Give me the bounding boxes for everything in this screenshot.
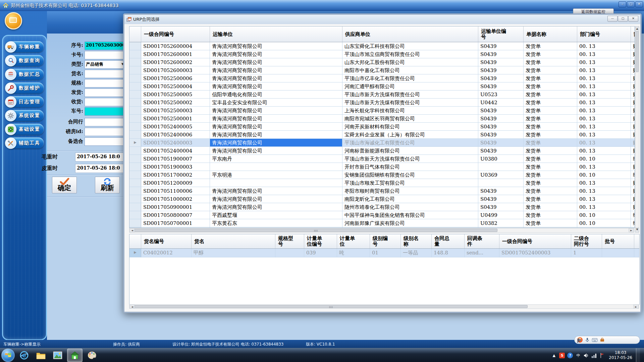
- tray-help-icon[interactable]: ?: [567, 353, 573, 358]
- sidebar-item-1[interactable]: 车辆称重: [6, 41, 44, 52]
- dialog-close-button[interactable]: ✕: [628, 16, 638, 22]
- sender-input[interactable]: [85, 88, 125, 97]
- table-row[interactable]: SD0017052500006青海清河商贸有限公司平顶山市亿丰化工有限责任公司S…: [129, 74, 635, 82]
- table-row[interactable]: SD0017052500003青海清河商贸有限公司上海长航化学科技有限公司S04…: [129, 107, 635, 115]
- table-row[interactable]: SD0017050800007平西戚墅堰中国平煤神马集团焦化销售有限公司U049…: [129, 211, 635, 219]
- column-header[interactable]: 级别名 称: [401, 234, 432, 248]
- refresh-button[interactable]: 刷新: [95, 177, 120, 193]
- contracts-vscrollbar[interactable]: ▲▼: [635, 26, 639, 233]
- table-row[interactable]: SD0017051000002青海清河商贸有限公司南阳龙昕化工有限公司S0439…: [129, 195, 635, 203]
- sidebar-item-4[interactable]: 数据维护: [6, 82, 44, 94]
- tare-time-field[interactable]: 2017-05-26 18:0: [75, 164, 125, 173]
- taskbar-item-weigh-app[interactable]: [67, 349, 83, 362]
- dialog-minimize-button[interactable]: —: [607, 16, 618, 22]
- tray-input-zh-icon[interactable]: 中: [575, 353, 581, 358]
- truckno-input[interactable]: [85, 107, 125, 116]
- table-row[interactable]: SD0017052400006青海清河商贸有限公司宝舜太科企业发展（上海）有限公…: [129, 131, 635, 139]
- column-header[interactable]: 一级合同编号: [141, 26, 210, 42]
- input-method-bar[interactable]: S 中 J ’: [574, 336, 640, 344]
- table-row[interactable]: SD0017052500005信阳华通电化有限公司平顶山市新天方洗煤有限责任公司…: [129, 90, 635, 99]
- table-row[interactable]: SD0017052500004青海清河商贸有限公司河南汇通甲醇有限公司S0439…: [129, 82, 635, 90]
- sidebar-item-label: 基础设置: [19, 126, 40, 132]
- taskbar-clock[interactable]: 18:03 2017-05-26: [609, 350, 632, 360]
- goods-input[interactable]: [85, 70, 125, 78]
- dialog-maximize-button[interactable]: ▢: [618, 16, 628, 22]
- sidebar-item-2[interactable]: 数据查询: [6, 55, 44, 66]
- table-row[interactable]: SD0017051100006青海清河商贸有限公司枣阳市顺时商贸有限公司S043…: [129, 187, 635, 195]
- tray-volume-icon[interactable]: [583, 353, 589, 358]
- sidebar-item-6[interactable]: 系统设置: [6, 110, 44, 121]
- dialog-hscrollbar[interactable]: ◄► ⦀⦀⦀: [129, 304, 639, 309]
- sidebar-item-3[interactable]: 数据汇总: [6, 69, 44, 80]
- tray-sogou-icon[interactable]: S: [559, 353, 565, 358]
- column-header[interactable]: 批号: [602, 234, 634, 248]
- table-row[interactable]: SD0017052500001青海清河商贸有限公司南阳市宛城区长羽商贸有限公司S…: [129, 115, 635, 123]
- column-header[interactable]: 货名编号: [141, 234, 192, 248]
- column-header[interactable]: 回调条 件: [465, 234, 499, 248]
- table-row[interactable]: ▶SD0017052400003青海清河商贸有限公司平顶山市海诚化工有限责任公司…: [129, 139, 635, 147]
- tray-chevron-up-icon[interactable]: ▲: [551, 353, 557, 358]
- alt-contract-input[interactable]: [85, 137, 125, 146]
- receiver-input[interactable]: [85, 98, 125, 106]
- table-row[interactable]: SD0017051700002平东明港安钢集团信阳钢铁有限责任公司U0369发货…: [129, 171, 635, 179]
- table-row[interactable]: SD0017052600002青海清河商贸有限公司山东大邦化工股份有限公司S04…: [129, 58, 635, 66]
- minimize-button[interactable]: –: [619, 1, 626, 7]
- table-row[interactable]: ▶C04020012甲醇039吨01一等品148.8send...SD00170…: [129, 249, 639, 257]
- sequence-input[interactable]: 20170526030001: [85, 42, 125, 50]
- refresh-icon: [103, 178, 112, 185]
- table-row[interactable]: SD0017052600003青海清河商贸有限公司南阳市中嘉化工有限公司S043…: [129, 66, 635, 74]
- status-operator: 操作员: 供应商: [113, 342, 140, 347]
- table-row[interactable]: SD0017052600001青海清河商贸有限公司平顶山市旭立信商贸有限责任公司…: [129, 50, 635, 58]
- column-header[interactable]: 规格型 号: [275, 234, 304, 248]
- table-row[interactable]: SD0017050700001平东黄石东河南新郑豫广煤炭有限公司U0382发货单…: [129, 219, 635, 227]
- taskbar-item-ie[interactable]: e: [17, 349, 32, 362]
- table-row[interactable]: SD0017052500002宝丰县企安实业有限公司平顶山市新天方洗煤有限责任公…: [129, 99, 635, 107]
- taskbar-item-paint[interactable]: [85, 349, 99, 362]
- input-quote-icon[interactable]: ’: [577, 338, 579, 343]
- tray-flag-icon[interactable]: [599, 353, 605, 358]
- table-row[interactable]: SD0017052400004青海清河商贸有限公司河南标普新能源有限公司S043…: [129, 147, 635, 155]
- toolbox-icon[interactable]: [600, 338, 604, 342]
- taskbar-item-photos[interactable]: [50, 349, 65, 362]
- sidebar-item-8[interactable]: 辅助工具: [6, 137, 44, 148]
- column-header[interactable]: 货名: [192, 234, 275, 248]
- sidebar-item-7[interactable]: 基础设置: [6, 124, 44, 135]
- column-header[interactable]: 部门编号: [577, 26, 631, 42]
- show-desktop-button[interactable]: [636, 348, 640, 362]
- table-row[interactable]: SD0017052600004青海清河商贸有限公司山东宝舜化工科技有限公司S04…: [129, 42, 635, 50]
- maximize-button[interactable]: ▢: [627, 1, 635, 7]
- confirm-button[interactable]: 确定: [52, 177, 77, 193]
- type-select[interactable]: 产品销售▼: [85, 60, 125, 69]
- sidebar-item-5[interactable]: DAY日志管理: [6, 96, 44, 107]
- column-header[interactable]: 一级合同编号: [499, 234, 571, 248]
- column-header[interactable]: 供应商单位: [342, 26, 478, 42]
- column-header[interactable]: 合同总 量: [432, 234, 465, 248]
- column-header[interactable]: 级别编 号: [370, 234, 401, 248]
- column-header[interactable]: 运输单位: [210, 26, 342, 42]
- card-input[interactable]: [85, 51, 125, 59]
- tray-network-icon[interactable]: [591, 353, 597, 358]
- column-header[interactable]: 计量单 位: [337, 234, 370, 248]
- taskbar-item-explorer[interactable]: [34, 349, 48, 362]
- table-row[interactable]: SD0017051900007平东南丹平顶山市新天方洗煤有限责任公司U0380发…: [129, 155, 635, 163]
- contract-line-input[interactable]: [85, 118, 125, 126]
- table-row[interactable]: SD0017051200009平顶山市顺发工贸有限公司发货单00. 13财务: [129, 179, 635, 187]
- table-row[interactable]: SD0017051900003开封市新日气体有限公司发货单00. 13财务: [129, 163, 635, 171]
- start-button[interactable]: [1, 349, 15, 362]
- table-row[interactable]: SD0017050900001青海清河商贸有限公司随州市靖泰化工有限公司S043…: [129, 203, 635, 211]
- column-header[interactable]: 二级合 同行号: [571, 234, 602, 248]
- gross-time-field[interactable]: 2017-05-26 18:0: [75, 153, 125, 162]
- close-button[interactable]: ✕: [635, 1, 643, 7]
- column-header[interactable]: 运输单位编 号: [478, 26, 524, 42]
- mic-icon[interactable]: [585, 338, 589, 342]
- keyboard-icon[interactable]: [592, 338, 597, 342]
- table-row[interactable]: SD0017052400005青海清河商贸有限公司河南开炭新材料有限公司S043…: [129, 123, 635, 131]
- scale-id-input[interactable]: [85, 128, 125, 136]
- column-header[interactable]: 单据名称: [524, 26, 577, 42]
- column-header[interactable]: 计量单 位编号: [304, 234, 337, 248]
- table-cell: 财务: [631, 74, 635, 82]
- contracts-hscrollbar[interactable]: ◄► ⦀⦀⦀: [129, 228, 634, 233]
- spec-input[interactable]: [85, 79, 125, 87]
- column-header[interactable]: 部门: [631, 26, 635, 42]
- dialog-titlebar[interactable]: URP合同选择 — ▢ ✕: [124, 15, 640, 24]
